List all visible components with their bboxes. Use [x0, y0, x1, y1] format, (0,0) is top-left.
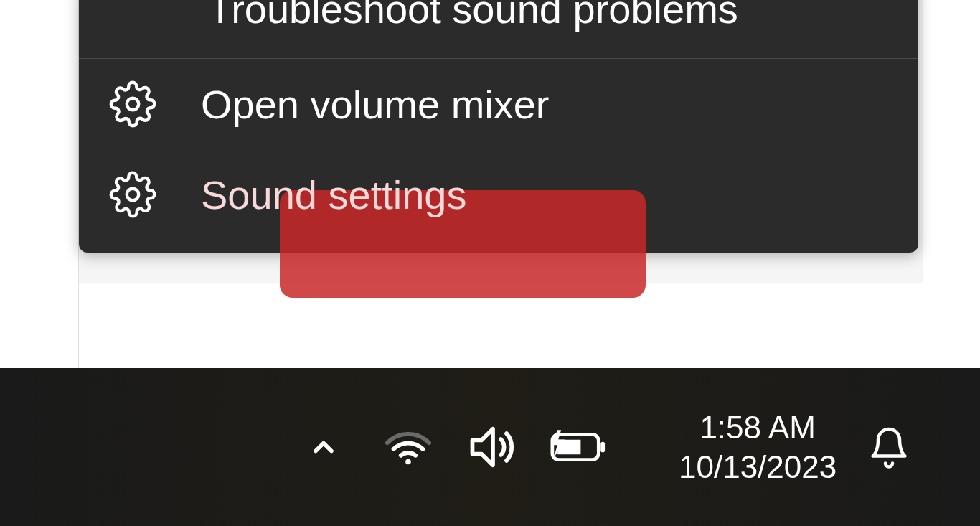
sound-context-menu: Troubleshoot sound problems Open volume … [79, 0, 918, 253]
taskbar-time: 1:58 AM [699, 408, 815, 447]
background-left [0, 0, 79, 370]
gear-icon [108, 169, 158, 220]
menu-item-troubleshoot[interactable]: Troubleshoot sound problems [79, 0, 918, 58]
taskbar-date: 10/13/2023 [679, 447, 837, 487]
taskbar-clock[interactable]: 1:58 AM 10/13/2023 [679, 408, 837, 487]
menu-label-volume-mixer: Open volume mixer [201, 81, 550, 128]
gear-icon [108, 79, 158, 129]
svg-point-2 [405, 459, 411, 465]
menu-item-sound-settings[interactable]: Sound settings [79, 149, 918, 240]
menu-label-troubleshoot: Troubleshoot sound problems [208, 0, 738, 32]
notifications-button[interactable] [859, 418, 918, 476]
svg-marker-3 [473, 429, 494, 466]
menu-label-sound-settings: Sound settings [201, 172, 466, 218]
svg-rect-5 [600, 442, 605, 453]
battery-charging-icon[interactable] [548, 418, 607, 476]
page-container: Troubleshoot sound problems Open volume … [0, 0, 980, 526]
svg-point-1 [127, 189, 139, 201]
system-tray [294, 418, 607, 476]
volume-icon[interactable] [463, 418, 522, 476]
svg-point-0 [127, 98, 139, 111]
background-right [923, 0, 980, 370]
taskbar: 1:58 AM 10/13/2023 [0, 368, 980, 526]
show-hidden-icons-button[interactable] [294, 418, 353, 476]
wifi-icon[interactable] [379, 418, 438, 476]
menu-item-volume-mixer[interactable]: Open volume mixer [79, 59, 918, 149]
